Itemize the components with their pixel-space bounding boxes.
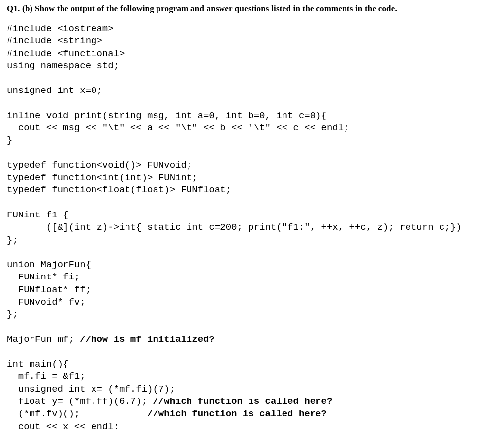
code-line: FUNfloat* ff; (7, 284, 91, 295)
code-line: unsigned int x= (*mf.fi)(7); (7, 384, 175, 395)
code-comment: //which function is called here? (147, 408, 327, 419)
code-line: float y= (*mf.ff)(6.7); (7, 396, 153, 407)
code-line: typedef function<int(int)> FUNint; (7, 172, 198, 183)
code-line: int main(){ (7, 359, 68, 369)
code-line: #include <iostream> (7, 23, 114, 34)
code-line: }; (7, 235, 18, 245)
code-line: typedef function<void()> FUNvoid; (7, 160, 192, 171)
code-line: inline void print(string msg, int a=0, i… (7, 110, 327, 121)
code-line: using namespace std; (7, 61, 119, 71)
code-comment: //which function is called here? (153, 396, 332, 407)
code-line: MajorFun mf; (7, 334, 80, 345)
code-line: FUNint f1 { (7, 210, 68, 220)
code-line: union MajorFun{ (7, 259, 91, 270)
question-header: Q1. (b) Show the output of the following… (7, 4, 497, 14)
code-line: (*mf.fv)(); (7, 408, 147, 419)
code-line: }; (7, 309, 18, 320)
code-line: cout << x << endl; (7, 421, 119, 429)
code-line: #include <functional> (7, 48, 125, 59)
code-line: } (7, 135, 12, 146)
code-line: mf.fi = &f1; (7, 371, 86, 382)
code-line: FUNint* fi; (7, 272, 80, 282)
code-line: ([&](int z)->int{ static int c=200; prin… (7, 222, 462, 233)
code-line: #include <string> (7, 35, 102, 46)
code-line: unsigned int x=0; (7, 85, 102, 96)
code-line: cout << msg << "\t" << a << "\t" << b <<… (7, 123, 349, 133)
code-line: FUNvoid* fv; (7, 297, 86, 307)
code-comment: //how is mf initialized? (80, 334, 215, 345)
code-block: #include <iostream> #include <string> #i… (7, 23, 497, 429)
code-line: typedef function<float(float)> FUNfloat; (7, 184, 231, 195)
